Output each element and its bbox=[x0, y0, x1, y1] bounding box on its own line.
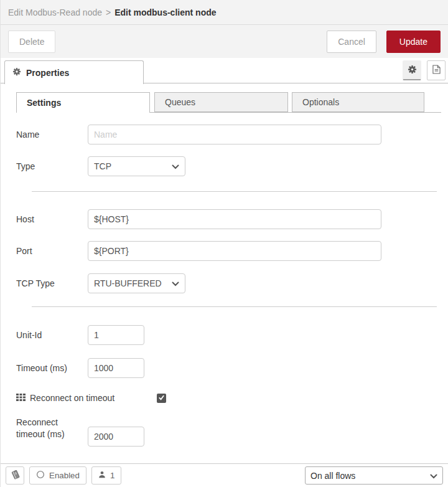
properties-panel-header: Properties bbox=[1, 58, 448, 83]
chevron-down-icon bbox=[172, 278, 179, 288]
reconnect-timeout-row: Reconnect timeout (ms) bbox=[16, 417, 448, 447]
type-row: Type TCP bbox=[16, 156, 448, 176]
type-select[interactable]: TCP bbox=[88, 156, 185, 176]
edit-properties-button[interactable] bbox=[403, 60, 421, 80]
tab-optionals[interactable]: Optionals bbox=[292, 92, 424, 112]
update-button[interactable]: Update bbox=[386, 31, 441, 53]
document-icon bbox=[432, 65, 441, 76]
checkmark-icon bbox=[158, 393, 165, 403]
name-input[interactable] bbox=[88, 125, 381, 144]
section-divider bbox=[32, 306, 437, 307]
circle-icon bbox=[36, 470, 45, 481]
dialog-footer: Enabled 1 On all flows bbox=[1, 463, 448, 487]
user-icon bbox=[98, 471, 106, 480]
edit-node-dialog: Edit Modbus-Read node > Edit modbus-clie… bbox=[0, 0, 448, 487]
dialog-toolbar: Delete Cancel Update bbox=[1, 25, 448, 58]
delete-button[interactable]: Delete bbox=[8, 31, 55, 53]
gear-icon bbox=[408, 65, 417, 76]
unit-id-input[interactable] bbox=[88, 325, 144, 345]
tab-properties[interactable]: Properties bbox=[4, 60, 144, 84]
unit-id-row: Unit-Id bbox=[16, 325, 448, 345]
reconnect-timeout-label: Reconnect timeout (ms) bbox=[16, 417, 82, 440]
port-input[interactable] bbox=[88, 241, 381, 261]
reconnect-on-timeout-row: Reconnect on timeout bbox=[16, 391, 448, 405]
node-info-button[interactable] bbox=[6, 466, 24, 485]
cancel-button[interactable]: Cancel bbox=[327, 31, 376, 53]
breadcrumb-parent[interactable]: Edit Modbus-Read node bbox=[8, 7, 102, 17]
tcp-type-select[interactable]: RTU-BUFFERED bbox=[88, 273, 185, 293]
breadcrumb: Edit Modbus-Read node > Edit modbus-clie… bbox=[1, 0, 448, 25]
port-row: Port bbox=[16, 241, 448, 261]
settings-tabs: Settings Queues Optionals bbox=[16, 92, 441, 113]
breadcrumb-current: Edit modbus-client node bbox=[114, 7, 216, 17]
tab-queues-label: Queues bbox=[165, 97, 195, 107]
deploy-scope-value: On all flows bbox=[310, 471, 430, 481]
gear-icon bbox=[12, 67, 21, 78]
name-row: Name bbox=[16, 125, 448, 144]
deploy-scope-select[interactable]: On all flows bbox=[305, 466, 443, 485]
type-select-value: TCP bbox=[94, 161, 169, 171]
timeout-row: Timeout (ms) bbox=[16, 358, 448, 378]
grid-icon bbox=[16, 393, 26, 403]
properties-tab-label: Properties bbox=[26, 68, 69, 78]
panel-header-buttons bbox=[403, 60, 446, 80]
tcp-type-label: TCP Type bbox=[16, 278, 88, 288]
reconnect-on-timeout-label-group: Reconnect on timeout bbox=[16, 393, 157, 403]
section-divider bbox=[32, 191, 437, 192]
tcp-type-select-value: RTU-BUFFERED bbox=[94, 278, 169, 288]
settings-form: Name Type TCP Host Port TCP Type RTU-BU bbox=[1, 125, 448, 447]
chevron-down-icon bbox=[430, 471, 437, 481]
reconnect-timeout-input[interactable] bbox=[88, 427, 144, 447]
port-label: Port bbox=[16, 246, 88, 256]
type-label: Type bbox=[16, 161, 88, 171]
node-help-button[interactable] bbox=[427, 60, 446, 80]
timeout-label: Timeout (ms) bbox=[16, 363, 88, 373]
unit-id-label: Unit-Id bbox=[16, 330, 88, 340]
breadcrumb-separator: > bbox=[106, 7, 111, 17]
tab-optionals-label: Optionals bbox=[302, 97, 339, 107]
instance-count: 1 bbox=[110, 471, 114, 480]
enabled-label: Enabled bbox=[49, 471, 80, 480]
name-label: Name bbox=[16, 130, 88, 139]
tab-queues[interactable]: Queues bbox=[154, 92, 288, 112]
tab-settings[interactable]: Settings bbox=[16, 92, 150, 113]
tcp-type-row: TCP Type RTU-BUFFERED bbox=[16, 273, 448, 293]
book-icon bbox=[11, 470, 20, 481]
reconnect-on-timeout-label: Reconnect on timeout bbox=[30, 393, 114, 403]
timeout-input[interactable] bbox=[88, 358, 144, 378]
host-label: Host bbox=[16, 214, 88, 224]
chevron-down-icon bbox=[172, 161, 179, 171]
instance-count-button[interactable]: 1 bbox=[91, 466, 121, 485]
host-row: Host bbox=[16, 209, 448, 229]
reconnect-on-timeout-checkbox[interactable] bbox=[157, 394, 166, 403]
host-input[interactable] bbox=[88, 209, 381, 229]
enabled-toggle-button[interactable]: Enabled bbox=[29, 466, 86, 485]
tab-settings-label: Settings bbox=[27, 98, 61, 108]
